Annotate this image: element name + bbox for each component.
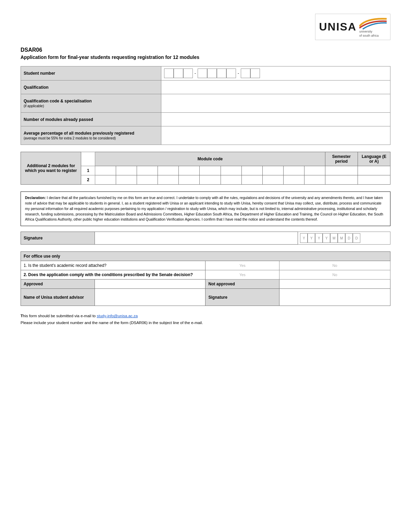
advisor-name-input[interactable] <box>95 289 206 306</box>
declaration-box: Declaration: I declare that all the part… <box>21 191 390 226</box>
modules-passed-label: Number of modules already passed <box>21 113 161 126</box>
mc1-language[interactable] <box>358 166 390 175</box>
mc2-2[interactable] <box>116 175 137 185</box>
logo-text: UNISA <box>319 21 357 33</box>
office-header-cell: For office use only <box>21 252 390 261</box>
student-number-row: Student number - - <box>21 66 390 81</box>
mc1-8[interactable] <box>241 166 262 175</box>
date-y3[interactable]: Y <box>315 233 323 243</box>
date-d2[interactable]: D <box>353 233 360 243</box>
module-row-1-number: 1 <box>81 166 95 175</box>
mc2-5[interactable] <box>179 175 200 185</box>
date-d1[interactable]: D <box>345 233 353 243</box>
advisor-name-label: Name of Unisa student advisor <box>21 289 95 306</box>
office-q2-row: 2. Does the application comply with the … <box>21 270 390 280</box>
module-header-row: Additional 2 modules for which you want … <box>21 152 390 166</box>
sn-box-8[interactable] <box>241 69 250 78</box>
avg-percentage-row: Average percentage of all modules previo… <box>21 126 390 145</box>
office-q2-no[interactable]: No <box>279 270 390 280</box>
avg-percentage-label: Average percentage of all modules previo… <box>21 126 161 145</box>
module-code-header: Module code <box>95 152 325 166</box>
mc1-9[interactable] <box>262 166 283 175</box>
advisor-sig-label: Signature <box>206 289 279 306</box>
student-number-label: Student number <box>21 66 161 81</box>
mc1-3[interactable] <box>137 166 158 175</box>
qual-code-label: Qualification code & specialisation (if … <box>21 94 161 113</box>
qual-code-input[interactable] <box>161 94 390 113</box>
date-y1[interactable]: Y <box>300 233 308 243</box>
modules-passed-input[interactable] <box>161 113 390 126</box>
mc1-2[interactable] <box>116 166 137 175</box>
student-number-boxes: - - <box>164 69 387 78</box>
signature-input[interactable] <box>95 232 298 245</box>
footer: This form should be submitted via e-mail… <box>21 313 390 326</box>
mc2-11[interactable] <box>304 175 325 185</box>
form-code: DSAR06 <box>21 47 390 53</box>
footer-line1-rest: his form should be submitted via e-mail … <box>23 314 97 318</box>
sn-box-1[interactable] <box>164 69 174 78</box>
declaration-text: I declare that all the particulars furni… <box>25 196 383 221</box>
additional-modules-header: Additional 2 modules for which you want … <box>21 152 81 185</box>
student-info-table: Student number - - Qualification Qualifi… <box>21 66 390 145</box>
sn-box-2[interactable] <box>174 69 183 78</box>
sn-box-4[interactable] <box>198 69 207 78</box>
mc2-1[interactable] <box>95 175 116 185</box>
mc2-10[interactable] <box>283 175 304 185</box>
avg-percentage-main-label: Average percentage of all modules previo… <box>24 131 134 136</box>
office-q2-no-label: No <box>333 273 337 277</box>
mc2-semester[interactable] <box>325 175 358 185</box>
mc1-10[interactable] <box>283 166 304 175</box>
qualification-input[interactable] <box>161 81 390 94</box>
mc2-8[interactable] <box>241 175 262 185</box>
mc1-6[interactable] <box>200 166 221 175</box>
office-q1-yes-label: Yes <box>239 263 246 268</box>
mc1-5[interactable] <box>179 166 200 175</box>
office-use-table: For office use only 1. Is the student's … <box>21 251 390 306</box>
sn-box-6[interactable] <box>217 69 226 78</box>
office-header-row: For office use only <box>21 252 390 261</box>
header: UNISA university of south africa <box>21 14 390 40</box>
student-number-input[interactable]: - - <box>161 66 390 81</box>
footer-email-link[interactable]: study-info@unisa.ac.za <box>97 314 138 318</box>
sn-box-9[interactable] <box>250 69 260 78</box>
approved-row: Approved Not approved <box>21 280 390 289</box>
date-m2[interactable]: M <box>338 233 345 243</box>
mc2-6[interactable] <box>200 175 221 185</box>
mc2-3[interactable] <box>137 175 158 185</box>
office-q1-yes[interactable]: Yes <box>206 261 279 270</box>
advisor-sig-input[interactable] <box>279 289 390 306</box>
avg-percentage-sub-label: (average must be 55% for extra 2 modules… <box>24 136 116 140</box>
mc2-7[interactable] <box>221 175 241 185</box>
signature-row: Signature Y Y Y Y M M D D <box>21 232 390 245</box>
qualification-label: Qualification <box>21 81 161 94</box>
empty-header <box>81 152 95 166</box>
language-header: Language (E or A) <box>358 152 390 166</box>
mc2-4[interactable] <box>158 175 179 185</box>
date-y2[interactable]: Y <box>308 233 315 243</box>
avg-percentage-input[interactable] <box>161 126 390 145</box>
mc1-1[interactable] <box>95 166 116 175</box>
mc1-11[interactable] <box>304 166 325 175</box>
logo-subtitle: university of south africa <box>359 30 379 38</box>
mc1-7[interactable] <box>221 166 241 175</box>
mc1-semester[interactable] <box>325 166 358 175</box>
footer-line2: Please include your student number and t… <box>21 320 390 326</box>
approved-input[interactable] <box>95 280 206 289</box>
sn-box-3[interactable] <box>183 69 193 78</box>
signature-label: Signature <box>21 232 95 245</box>
office-q2-text: 2. Does the application comply with the … <box>21 270 206 280</box>
date-y4[interactable]: Y <box>323 233 330 243</box>
logo-area: UNISA university of south africa <box>315 14 390 40</box>
mc2-9[interactable] <box>262 175 283 185</box>
approved-label: Approved <box>21 280 95 289</box>
office-q1-no[interactable]: No <box>279 261 390 270</box>
mc1-4[interactable] <box>158 166 179 175</box>
qual-code-sub-label: (if applicable) <box>24 104 44 108</box>
mc2-language[interactable] <box>358 175 390 185</box>
office-q2-yes[interactable]: Yes <box>206 270 279 280</box>
sn-box-5[interactable] <box>207 69 217 78</box>
date-boxes: Y Y Y Y M M D D <box>300 233 388 243</box>
not-approved-input[interactable] <box>279 280 390 289</box>
date-m1[interactable]: M <box>330 233 338 243</box>
sn-box-7[interactable] <box>226 69 236 78</box>
